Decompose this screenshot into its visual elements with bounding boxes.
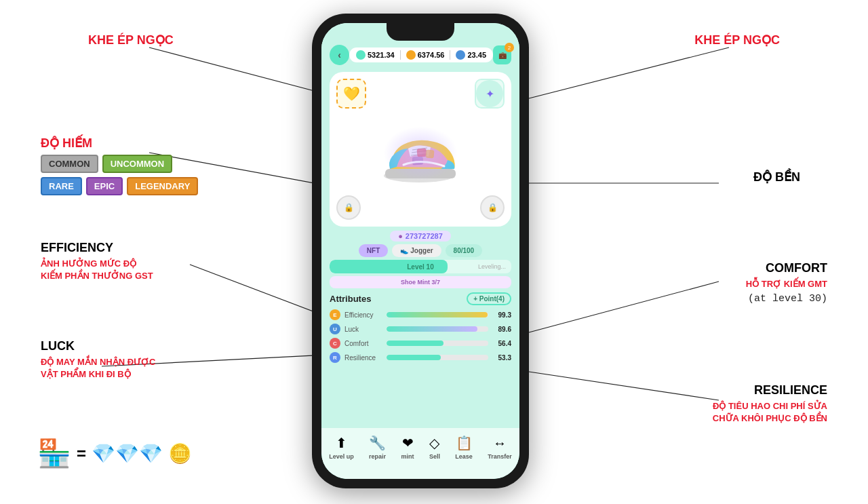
rarity-stat-btn[interactable]: NFT — [359, 244, 388, 257]
resilience-name: Resilience — [344, 354, 382, 362]
resilience-value: 53.3 — [492, 354, 511, 362]
comfort-bar-bg — [387, 341, 488, 346]
small-slot-right[interactable]: 🔒 — [480, 195, 505, 220]
leveling-text: Leveling... — [478, 263, 506, 270]
small-slot-left[interactable]: 🔒 — [336, 195, 361, 220]
gst-currency: 5321.34 — [356, 50, 395, 60]
luck-bar-bg — [387, 326, 488, 332]
shoe-glow — [383, 126, 458, 180]
efficiency-label-block: EFFICIENCY ẢNH HƯỞNG MỨC ĐỘ KIẾM PHẦN TH… — [41, 241, 153, 282]
efficiency-name: Efficiency — [344, 311, 382, 319]
gst-icon — [356, 50, 366, 60]
luck-bar-fill — [387, 326, 477, 332]
shoe-image — [336, 113, 505, 194]
gmt-value: 6374.56 — [418, 51, 445, 59]
svg-line-7 — [529, 372, 719, 400]
do-hiem-label: ĐỘ HIẾM COMMON UNCOMMON RARE EPIC LEGEND… — [41, 136, 198, 195]
coin-icon: 🪙 — [168, 442, 192, 465]
attr-row-luck: U Luck 89.6 — [330, 324, 511, 334]
gem-slot-left[interactable]: 💛 — [336, 79, 366, 109]
gem-icon-left: 💛 — [343, 85, 360, 102]
hp-stat-btn: 80/100 — [446, 244, 483, 257]
shoe-bottom-slots: 🔒 🔒 — [336, 195, 505, 220]
gem-slot-right-inner: ✦ — [476, 80, 503, 107]
wallet-badge: 2 — [505, 43, 514, 52]
phone-outer: ‹ 5321.34 6374.56 — [312, 14, 529, 488]
gst-value: 5321.34 — [368, 51, 395, 59]
attributes-header: Attributes + Point(4) — [330, 292, 511, 305]
repair-icon: 🔧 — [369, 435, 386, 451]
rarity-badges: COMMON UNCOMMON — [41, 155, 198, 173]
back-button[interactable]: ‹ — [330, 45, 349, 65]
phone: ‹ 5321.34 6374.56 — [312, 14, 529, 488]
bottom-nav: ⬆ Level up 🔧 repair ❤ mint ◇ Sell — [321, 427, 519, 479]
resilience-bar-bg — [387, 355, 488, 360]
level-text: Level 10 — [407, 263, 433, 271]
shoe-slot-row: 💛 ✦ — [336, 79, 505, 109]
left-khe-ep-ngoc-label: KHE ÉP NGỌC — [88, 33, 174, 47]
gem-slot-right[interactable]: ✦ — [475, 79, 505, 109]
resilience-bar-fill — [387, 355, 441, 360]
luck-icon: U — [330, 324, 340, 334]
nav-sell[interactable]: ◇ Sell — [429, 435, 440, 460]
lease-label: Lease — [455, 453, 473, 460]
point-button[interactable]: + Point(4) — [467, 292, 511, 305]
mint-row: Shoe Mint 3/7 — [330, 276, 511, 288]
attr-row-comfort: C Comfort 56.4 — [330, 338, 511, 349]
gmt-currency: 6374.56 — [406, 50, 445, 60]
rarity-rare: RARE — [41, 177, 82, 195]
nav-repair[interactable]: 🔧 repair — [369, 435, 386, 460]
transfer-label: Transfer — [488, 453, 512, 460]
do-ben-label: ĐỘ BỀN — [753, 170, 800, 185]
nav-mint[interactable]: ❤ mint — [401, 435, 414, 460]
comfort-name: Comfort — [344, 340, 382, 347]
shoe-card: 💛 ✦ — [330, 72, 511, 227]
mint-icon: ❤ — [402, 435, 414, 451]
rarity-badges-row2: RARE EPIC LEGENDARY — [41, 177, 198, 195]
wallet-button[interactable]: 💼 2 — [493, 45, 511, 64]
transfer-icon: ↔ — [493, 435, 507, 451]
mint-bar: Shoe Mint 3/7 — [330, 276, 511, 288]
comfort-bar-fill — [387, 341, 443, 346]
mint-text: Shoe Mint 3/7 — [401, 279, 440, 286]
sell-label: Sell — [429, 453, 440, 460]
levelup-icon: ⬆ — [336, 435, 347, 451]
nav-transfer[interactable]: ↔ Transfer — [488, 435, 512, 460]
gem-chest-icon: 🏪 — [37, 438, 71, 469]
right-khe-ep-ngoc-label: KHE ÉP NGỌC — [694, 33, 780, 47]
comfort-icon: C — [330, 338, 340, 349]
luck-label-block: LUCK ĐỘ MAY MẮN NHẬN ĐƯỢC VẬT PHẨM KHI Đ… — [41, 339, 155, 381]
comfort-value: 56.4 — [492, 340, 511, 347]
svg-line-5 — [529, 282, 719, 332]
nav-lease[interactable]: 📋 Lease — [455, 435, 473, 460]
svg-line-1 — [529, 47, 729, 98]
resilience-icon: R — [330, 352, 340, 363]
nav-levelup[interactable]: ⬆ Level up — [329, 435, 354, 460]
resilience-label-block: RESILIENCE ĐỘ TIÊU HAO CHI PHÍ SỬA CHỮA … — [713, 383, 827, 425]
rarity-common: COMMON — [41, 155, 98, 173]
lease-icon: 📋 — [456, 435, 473, 451]
gmt-icon — [406, 50, 416, 60]
phone-screen: ‹ 5321.34 6374.56 — [321, 23, 519, 479]
mint-label: mint — [401, 453, 414, 460]
attr-row-resilience: R Resilience 53.3 — [330, 352, 511, 363]
phone-notch — [387, 23, 454, 41]
sol-icon — [456, 50, 465, 60]
attributes-title: Attributes — [330, 294, 371, 304]
screen-content: ‹ 5321.34 6374.56 — [321, 23, 519, 479]
efficiency-value: 99.3 — [492, 311, 511, 319]
gems-icon: 💎💎💎 — [92, 442, 163, 465]
comfort-label-block: COMFORT HỖ TRỢ KIẾM GMT (at level 30) — [746, 261, 827, 305]
efficiency-bar-bg — [387, 312, 488, 317]
sell-icon: ◇ — [429, 435, 439, 451]
luck-value: 89.6 — [492, 326, 511, 333]
rarity-legendary: LEGENDARY — [127, 177, 198, 195]
sol-value: 23.45 — [467, 51, 486, 59]
gems-row: 🏪 = 💎💎💎 🪙 — [37, 438, 192, 469]
rarity-epic: EPIC — [86, 177, 123, 195]
currency-bar: 5321.34 6374.56 23.45 — [349, 47, 493, 62]
shoe-id-badge: ● 273727287 — [390, 231, 451, 241]
speed-icon: 👟 — [400, 247, 408, 254]
stats-row: NFT 👟 Jogger 80/100 — [330, 244, 511, 257]
level-bar-row: Level 10 Leveling... — [330, 260, 511, 273]
